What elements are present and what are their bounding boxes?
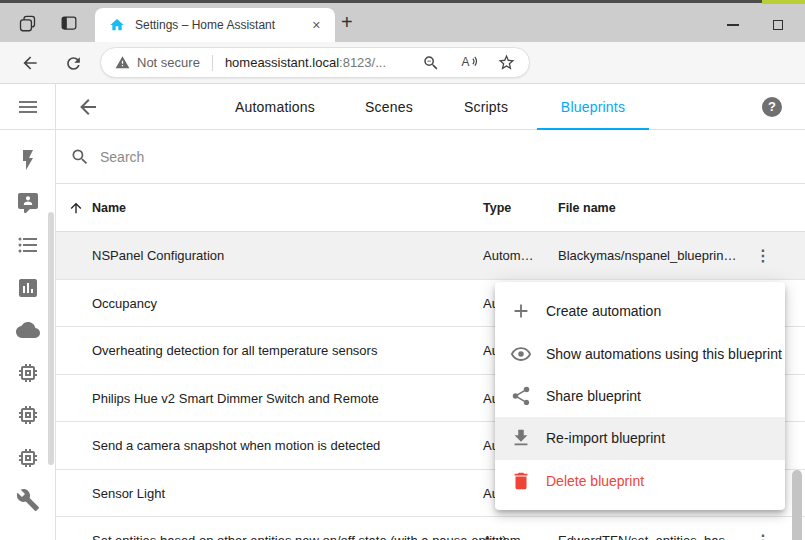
chip-icon xyxy=(16,403,40,427)
menu-item-label: Create automation xyxy=(546,303,661,319)
row-type: Autom… xyxy=(483,248,534,263)
menu-item-delete-blueprint[interactable]: Delete blueprint xyxy=(495,460,785,502)
share-icon xyxy=(510,385,532,407)
plus-icon xyxy=(510,300,532,322)
menu-item-show-automations-using-this-blueprint[interactable]: Show automations using this blueprint xyxy=(495,332,785,374)
eye-icon xyxy=(510,343,532,365)
tab-actions-icon[interactable] xyxy=(58,12,80,34)
search-input[interactable] xyxy=(100,149,400,165)
page-scrollbar[interactable] xyxy=(792,470,802,540)
screen-share-indicator xyxy=(762,0,805,4)
sidebar-chip-icon[interactable] xyxy=(0,352,55,395)
sidebar-wrench-icon[interactable] xyxy=(0,479,55,522)
tab-blueprints[interactable]: Blueprints xyxy=(561,84,625,130)
search-bar[interactable] xyxy=(56,130,805,184)
menu-item-label: Delete blueprint xyxy=(546,473,644,489)
sidebar-todo-list-icon[interactable] xyxy=(0,224,55,267)
row-name: NSPanel Configuration xyxy=(92,248,224,263)
back-icon[interactable] xyxy=(20,53,40,73)
row-name: Philips Hue v2 Smart Dimmer Switch and R… xyxy=(92,390,379,405)
minimize-button[interactable] xyxy=(719,15,747,35)
ha-header: AutomationsScenesScriptsBlueprints ? xyxy=(56,84,805,130)
browser-tab[interactable]: Settings – Home Assistant ✕ xyxy=(95,8,335,42)
blueprint-context-menu: Create automationShow automations using … xyxy=(495,282,785,510)
address-divider xyxy=(212,55,213,71)
row-type: Autom… xyxy=(483,533,534,540)
tab-scenes[interactable]: Scenes xyxy=(365,84,413,130)
column-header-type[interactable]: Type xyxy=(483,184,511,232)
flash-icon xyxy=(16,148,40,172)
url-path: :8123/... xyxy=(339,55,386,70)
table-header: Name Type File name xyxy=(56,184,805,232)
sidebar-menu-icon[interactable] xyxy=(0,95,55,119)
history-icon xyxy=(16,276,40,300)
search-icon xyxy=(70,147,90,167)
svg-text:A: A xyxy=(461,55,469,69)
menu-item-label: Re-import blueprint xyxy=(546,430,665,446)
minimize-icon xyxy=(727,24,739,26)
maximize-button[interactable] xyxy=(764,15,792,35)
download-icon xyxy=(510,427,532,449)
todo-list-icon xyxy=(16,233,40,257)
table-row[interactable]: Set entities based on other entities new… xyxy=(56,517,805,540)
cloud-icon xyxy=(16,318,40,342)
sidebar-chip-icon[interactable] xyxy=(0,394,55,437)
window-top-edge xyxy=(0,0,805,3)
browser-tab-strip: Settings – Home Assistant ✕ + xyxy=(0,3,805,42)
sidebar-flash-icon[interactable] xyxy=(0,139,55,182)
sidebar-cloud-icon[interactable] xyxy=(0,309,55,352)
wrench-icon xyxy=(16,488,40,512)
delete-icon xyxy=(510,470,532,492)
sidebar-header xyxy=(0,84,55,130)
menu-item-share-blueprint[interactable]: Share blueprint xyxy=(495,375,785,417)
favorite-star-icon[interactable] xyxy=(497,53,516,72)
column-header-name[interactable]: Name xyxy=(92,184,126,232)
menu-item-create-automation[interactable]: Create automation xyxy=(495,290,785,332)
tab-scripts[interactable]: Scripts xyxy=(464,84,508,130)
menu-item-label: Show automations using this blueprint xyxy=(546,346,782,362)
read-aloud-icon[interactable]: A xyxy=(459,53,478,72)
new-tab-button[interactable]: + xyxy=(341,11,353,34)
address-bar[interactable]: Not secure homeassistant.local:8123/... … xyxy=(100,47,530,78)
security-label: Not secure xyxy=(137,55,200,70)
browser-window: Settings – Home Assistant ✕ + Not secure… xyxy=(0,0,805,540)
row-name: Send a camera snapshot when motion is de… xyxy=(92,438,380,453)
header-back-icon[interactable] xyxy=(76,95,100,119)
zoom-out-icon[interactable] xyxy=(422,54,440,72)
sidebar-history-icon[interactable] xyxy=(0,267,55,310)
close-tab-icon[interactable]: ✕ xyxy=(308,17,325,34)
help-icon[interactable]: ? xyxy=(762,97,782,117)
table-row[interactable]: NSPanel ConfigurationAutom…Blackymas/nsp… xyxy=(56,232,805,280)
sidebar-voice-assistant-icon[interactable] xyxy=(0,182,55,225)
tab-automations[interactable]: Automations xyxy=(235,84,315,130)
voice-assistant-icon xyxy=(16,191,40,215)
row-file: Blackymas/nspanel_blueprin… xyxy=(558,248,736,263)
home-assistant-favicon-icon xyxy=(109,17,125,33)
browser-toolbar: Not secure homeassistant.local:8123/... … xyxy=(0,42,805,84)
row-file: EdwardTFN/set_entities_bas… xyxy=(558,533,738,540)
workspaces-icon[interactable] xyxy=(16,12,38,34)
not-secure-warning-icon[interactable] xyxy=(115,55,130,70)
sidebar-icon-list xyxy=(0,130,55,522)
row-name: Set entities based on other entities new… xyxy=(92,533,507,540)
address-bar-actions: A xyxy=(422,53,529,72)
menu-item-re-import-blueprint[interactable]: Re-import blueprint xyxy=(495,417,785,459)
maximize-icon xyxy=(773,20,783,30)
sidebar-scrollbar[interactable] xyxy=(48,212,54,465)
refresh-icon[interactable] xyxy=(63,53,83,73)
row-name: Occupancy xyxy=(92,295,157,310)
row-overflow-menu-icon[interactable]: ⋮ xyxy=(755,246,771,265)
tab-title: Settings – Home Assistant xyxy=(135,18,308,32)
row-name: Sensor Light xyxy=(92,485,165,500)
chip-icon xyxy=(16,446,40,470)
ha-sidebar xyxy=(0,84,56,540)
row-overflow-menu-icon[interactable]: ⋮ xyxy=(755,531,771,540)
row-name: Overheating detection for all temperatur… xyxy=(92,343,377,358)
menu-item-label: Share blueprint xyxy=(546,388,641,404)
url-host: homeassistant.local xyxy=(225,55,339,70)
sort-ascending-icon[interactable] xyxy=(68,200,84,220)
sidebar-chip-icon[interactable] xyxy=(0,437,55,480)
chip-icon xyxy=(16,361,40,385)
column-header-file[interactable]: File name xyxy=(558,184,616,232)
